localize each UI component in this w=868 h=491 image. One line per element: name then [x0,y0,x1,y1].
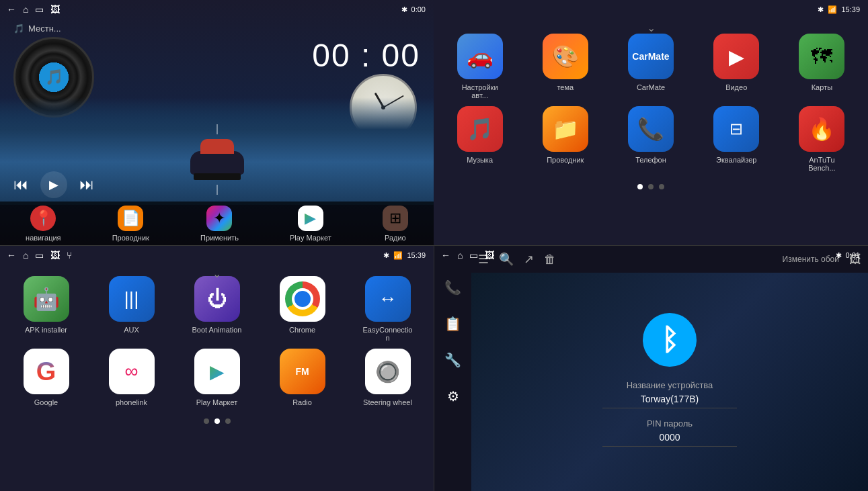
status-right-p1: ✱ 0:00 [401,5,426,14]
home-icon-p3[interactable]: ⌂ [23,250,28,261]
app-radio[interactable]: FM Radio [263,349,342,406]
wifi-icon-p3: 📶 [393,251,403,260]
back-icon-p3[interactable]: ← [7,250,16,261]
status-bar-p1: ← ⌂ ▭ 🖼 ✱ 0:00 [0,0,434,19]
page-dots-p3 [0,418,434,424]
nav-item-navigation[interactable]: 📍 навигация [26,206,61,242]
market-icon: ▶ [298,206,323,231]
app-apk-installer[interactable]: 🤖 APK installer [7,276,85,342]
radio-app-icon: FM [280,349,325,394]
photo-icon-p4[interactable]: 🖼 [485,250,494,261]
app-files[interactable]: 📁 Проводник [526,106,604,172]
vinyl-center: 🎵 [39,62,69,92]
app-grid-panel-2: ← ⌂ ▭ 🖼 ⑂ ✱ 📶 15:39 ⌄ 🤖 APK installer ||… [0,245,434,491]
back-icon-p1[interactable]: ← [7,4,16,15]
phone-label: Телефон [635,156,666,164]
music-note-icon: 🎵 [13,24,24,34]
time-p3: 15:39 [407,251,426,259]
settings-car-label: Настройки авт... [453,83,507,99]
time-display: 00 : 00 [312,37,420,74]
back-icon-p4[interactable]: ← [441,250,450,261]
easyconn-label: EasyConnection [361,326,415,342]
chevron-down-p3[interactable]: ⌄ [212,267,221,280]
dot-3-p3 [225,418,231,424]
nav-item-radio[interactable]: ⊞ Радио [383,206,408,242]
market-label: Play Маркет [290,234,331,242]
apply-icon: ✦ [206,206,232,231]
explorer-icon: 📄 [118,206,143,231]
status-bar-p2: ✱ 📶 15:39 [434,0,868,19]
app-aux[interactable]: ||| AUX [92,276,171,342]
music-label: 🎵 Местн... [13,24,61,34]
nav-item-explorer[interactable]: 📄 Проводник [112,206,149,242]
dot-1-p3 [204,418,209,424]
bluetooth-info-section: Название устройства Torway(177B) PIN пар… [602,380,737,457]
sidebar-phone-icon[interactable]: 📞 [444,279,461,296]
home-icon-p4[interactable]: ⌂ [457,250,463,261]
apk-icon: 🤖 [24,276,69,322]
carmate-icon: CarMate [628,34,674,79]
dot-3-p2 [659,184,664,189]
bluetooth-icon-p2: ✱ [818,5,824,14]
bluetooth-icon-p3: ✱ [383,251,389,260]
time-p2: 15:39 [841,5,860,13]
app-antutu[interactable]: 🔥 AnTuTu Bench... [783,106,861,172]
player-controls: ⏮ ▶ ⏭ [13,171,94,198]
app-play-market[interactable]: ▶ Play Маркет [177,349,256,406]
app-chrome[interactable]: Chrome [263,276,342,342]
prev-button[interactable]: ⏮ [13,176,28,193]
phone-icon-app: 📞 [628,106,674,152]
carmate-label: CarMate [637,83,665,91]
app-maps[interactable]: 🗺 Карты [783,34,861,99]
nav-item-apply[interactable]: ✦ Применить [200,206,239,242]
navigation-label: навигация [26,234,61,242]
app-phone[interactable]: 📞 Телефон [611,106,690,172]
pin-title: PIN пароль [602,418,737,429]
photo-icon-p1[interactable]: 🖼 [50,4,60,15]
app-google[interactable]: G Google [7,349,85,406]
app-settings-car[interactable]: 🚗 Настройки авт... [440,34,519,99]
recent-icon-p1[interactable]: ▭ [35,4,44,15]
device-name-title: Название устройства [602,380,737,390]
recent-icon-p4[interactable]: ▭ [469,250,478,261]
app-boot-animation[interactable]: ⏻ Boot Animation [177,276,256,342]
app-steering[interactable]: 🔘 Steering wheel [348,349,427,406]
app-video[interactable]: ▶ Видео [697,34,776,99]
home-icon-p1[interactable]: ⌂ [23,4,28,15]
pin-value: 0000 [602,432,737,447]
eq-icon: ⊟ [713,106,759,152]
status-right-p2: ✱ 📶 15:39 [818,5,860,14]
aux-label: AUX [124,326,139,334]
app-theme[interactable]: 🎨 тема [526,34,604,99]
sidebar-tools-icon[interactable]: 🔧 [444,352,461,368]
photo-icon-p3[interactable]: 🖼 [50,250,60,261]
sidebar-settings-icon[interactable]: ⚙ [447,388,459,404]
app-carmate[interactable]: CarMate CarMate [611,34,690,99]
app-grid-p2: 🚗 Настройки авт... 🎨 тема CarMate CarMat… [434,20,868,179]
app-phonelink[interactable]: ∞ phonelink [92,349,171,406]
app-music[interactable]: 🎵 Музыка [440,106,519,172]
play-button[interactable]: ▶ [40,171,67,198]
chevron-down-p2[interactable]: ⌄ [647,21,656,34]
app-easyconnection[interactable]: ↔ EasyConnection [348,276,427,342]
page-dots-p2 [434,184,868,189]
nav-item-market[interactable]: ▶ Play Маркет [290,206,331,242]
chrome-inner [292,288,313,310]
next-button[interactable]: ⏭ [79,176,94,193]
steering-icon: 🔘 [365,349,411,394]
sidebar-contacts-icon[interactable]: 📋 [444,316,461,332]
google-label: Google [34,398,58,406]
sidebar-p4: 📞 📋 🔧 ⚙ [434,246,471,491]
apply-label: Применить [200,234,239,242]
app-equalizer[interactable]: ⊟ Эквалайзер [697,106,776,172]
music-icon: 🎵 [457,106,503,152]
bluetooth-panel: ← ⌂ ▭ 🖼 ✱ 0:01 ☰ 🔍 ↗ 🗑 Изменить обои 🖼 📞… [434,245,868,491]
status-right-p3: ✱ 📶 15:39 [383,251,426,260]
bottom-nav-p1: 📍 навигация 📄 Проводник ✦ Применить ▶ Pl… [0,202,434,245]
nav-icons-p1: ← ⌂ ▭ 🖼 [0,0,60,19]
music-title: Местн... [28,24,61,34]
chrome-icon [280,276,325,322]
recent-icon-p3[interactable]: ▭ [35,250,44,261]
files-label: Проводник [547,156,584,164]
boot-label: Boot Animation [192,326,242,334]
